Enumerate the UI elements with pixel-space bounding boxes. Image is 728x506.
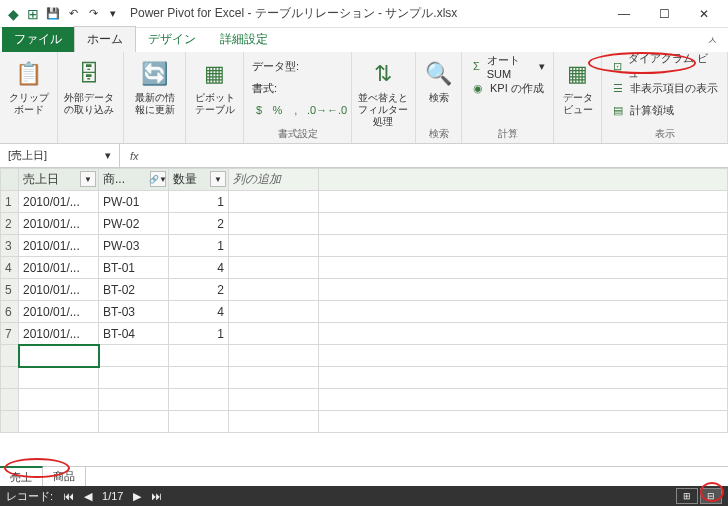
show-hidden-button[interactable]: ☰非表示項目の表示 [608, 78, 721, 98]
table-row[interactable]: 42010/01/...BT-014 [1, 257, 728, 279]
calcarea-icon: ▤ [610, 104, 626, 117]
search-icon: 🔍 [423, 58, 455, 90]
datatype-dropdown[interactable]: データ型: [250, 56, 345, 76]
kpi-button[interactable]: ◉KPI の作成 [468, 78, 547, 98]
column-header-qty[interactable]: 数量▼ [169, 169, 229, 191]
undo-icon[interactable]: ↶ [64, 5, 82, 23]
percent-icon[interactable]: % [270, 104, 284, 116]
filter-icon[interactable]: 🔗▼ [150, 171, 166, 187]
cell-date[interactable]: 2010/01/... [19, 279, 99, 301]
cell-empty[interactable] [229, 323, 319, 345]
table-row[interactable]: 72010/01/...BT-041 [1, 323, 728, 345]
row-header[interactable]: 7 [1, 323, 19, 345]
cell-qty[interactable]: 4 [169, 301, 229, 323]
chevron-down-icon: ▾ [539, 60, 545, 73]
cell-qty[interactable]: 4 [169, 257, 229, 279]
cell-product[interactable]: BT-03 [99, 301, 169, 323]
column-header-date[interactable]: 売上日▼ [19, 169, 99, 191]
cell-empty[interactable] [229, 301, 319, 323]
cell-qty[interactable]: 1 [169, 323, 229, 345]
name-box[interactable]: [売上日]▾ [0, 144, 120, 167]
window-title: Power Pivot for Excel - テーブルリレーション - サンプ… [130, 5, 604, 22]
data-view-button[interactable]: ▦データビュー [560, 56, 595, 141]
minimize-button[interactable]: — [604, 0, 644, 28]
nav-next-icon[interactable]: ▶ [133, 490, 141, 503]
maximize-button[interactable]: ☐ [644, 0, 684, 28]
pivottable-button[interactable]: ▦ピボットテーブル [192, 56, 237, 141]
comma-icon[interactable]: , [289, 104, 303, 116]
cell-qty[interactable]: 1 [169, 191, 229, 213]
row-header[interactable]: 5 [1, 279, 19, 301]
select-all-corner[interactable] [1, 169, 19, 191]
cell-empty[interactable] [229, 191, 319, 213]
cell-date[interactable]: 2010/01/... [19, 257, 99, 279]
nav-prev-icon[interactable]: ◀ [84, 490, 92, 503]
redo-icon[interactable]: ↷ [84, 5, 102, 23]
nav-last-icon[interactable]: ⏭ [151, 490, 162, 502]
clipboard-icon: 📋 [13, 58, 45, 90]
table-row[interactable]: 32010/01/...PW-031 [1, 235, 728, 257]
ribbon-collapse-icon[interactable]: ㅅ [697, 29, 728, 52]
sort-filter-button[interactable]: ⇅並べ替えとフィルター処理 [358, 56, 408, 141]
cell-empty[interactable] [229, 213, 319, 235]
search-button[interactable]: 🔍検索 [422, 56, 455, 125]
diagram-view-status-button[interactable]: ⊟ [700, 488, 722, 504]
grid-view-button[interactable]: ⊞ [676, 488, 698, 504]
table-row[interactable]: 62010/01/...BT-034 [1, 301, 728, 323]
filter-icon[interactable]: ▼ [80, 171, 96, 187]
calc-area-button[interactable]: ▤計算領域 [608, 100, 721, 120]
cell-date[interactable]: 2010/01/... [19, 323, 99, 345]
diagram-view-button[interactable]: ⊡ダイアグラム ビュー [608, 56, 721, 76]
cell-product[interactable]: BT-02 [99, 279, 169, 301]
cell-product[interactable]: BT-01 [99, 257, 169, 279]
currency-icon[interactable]: $ [252, 104, 266, 116]
clipboard-button[interactable]: 📋クリップボード [6, 56, 51, 141]
row-header[interactable]: 2 [1, 213, 19, 235]
cell-qty[interactable]: 2 [169, 213, 229, 235]
number-format-row: $ % , .0→ ←.0 [250, 100, 345, 120]
increase-decimal-icon[interactable]: .0→ [307, 104, 323, 116]
calc-cell-selected[interactable] [19, 345, 99, 367]
nav-first-icon[interactable]: ⏮ [63, 490, 74, 502]
filter-icon[interactable]: ▼ [210, 171, 226, 187]
row-header[interactable]: 3 [1, 235, 19, 257]
close-button[interactable]: ✕ [684, 0, 724, 28]
cell-date[interactable]: 2010/01/... [19, 301, 99, 323]
ribbon-tabs: ファイル ホーム デザイン 詳細設定 ㅅ [0, 28, 728, 52]
tab-design[interactable]: デザイン [136, 27, 208, 52]
save-icon[interactable]: 💾 [44, 5, 62, 23]
tab-file[interactable]: ファイル [2, 27, 74, 52]
cell-product[interactable]: PW-03 [99, 235, 169, 257]
row-header[interactable]: 1 [1, 191, 19, 213]
cell-product[interactable]: BT-04 [99, 323, 169, 345]
cell-date[interactable]: 2010/01/... [19, 191, 99, 213]
format-dropdown[interactable]: 書式: [250, 78, 345, 98]
refresh-button[interactable]: 🔄最新の情報に更新 [130, 56, 179, 141]
column-header-product[interactable]: 商...🔗▼ [99, 169, 169, 191]
table-row[interactable]: 12010/01/...PW-011 [1, 191, 728, 213]
excel-icon: ⊞ [24, 5, 42, 23]
external-data-icon: 🗄 [73, 58, 105, 90]
external-data-button[interactable]: 🗄外部データの取り込み [64, 56, 114, 141]
cell-date[interactable]: 2010/01/... [19, 213, 99, 235]
qat-dropdown-icon[interactable]: ▾ [104, 5, 122, 23]
cell-empty[interactable] [229, 279, 319, 301]
add-column[interactable]: 列の追加 [229, 169, 319, 191]
cell-product[interactable]: PW-01 [99, 191, 169, 213]
sheet-tab-sales[interactable]: 売上 [0, 466, 43, 487]
table-row[interactable]: 52010/01/...BT-022 [1, 279, 728, 301]
row-header[interactable]: 4 [1, 257, 19, 279]
row-header[interactable]: 6 [1, 301, 19, 323]
cell-empty[interactable] [229, 257, 319, 279]
cell-qty[interactable]: 2 [169, 279, 229, 301]
tab-home[interactable]: ホーム [74, 26, 136, 52]
decrease-decimal-icon[interactable]: ←.0 [327, 104, 343, 116]
cell-empty[interactable] [229, 235, 319, 257]
cell-product[interactable]: PW-02 [99, 213, 169, 235]
table-row[interactable]: 22010/01/...PW-022 [1, 213, 728, 235]
tab-advanced[interactable]: 詳細設定 [208, 27, 280, 52]
autosum-button[interactable]: Σオート SUM ▾ [468, 56, 547, 76]
sheet-tab-products[interactable]: 商品 [43, 467, 86, 486]
cell-date[interactable]: 2010/01/... [19, 235, 99, 257]
cell-qty[interactable]: 1 [169, 235, 229, 257]
